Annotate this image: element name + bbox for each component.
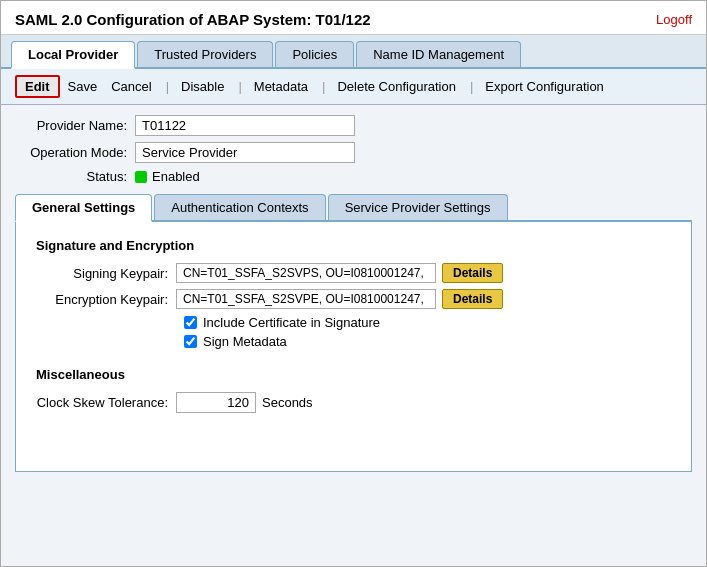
export-button[interactable]: Export Configuration — [479, 77, 610, 96]
clock-skew-label: Clock Skew Tolerance: — [36, 395, 176, 410]
inner-content: Signature and Encryption Signing Keypair… — [15, 222, 692, 472]
delete-button[interactable]: Delete Configuration — [331, 77, 462, 96]
status-label: Status: — [15, 169, 135, 184]
encryption-keypair-row: Encryption Keypair: Details — [36, 289, 671, 309]
clock-skew-input[interactable] — [176, 392, 256, 413]
signature-encryption-title: Signature and Encryption — [36, 238, 671, 253]
sign-metadata-label: Sign Metadata — [203, 334, 287, 349]
sign-metadata-checkbox[interactable] — [184, 335, 197, 348]
separator-4: | — [470, 79, 473, 94]
separator-3: | — [322, 79, 325, 94]
tab-authentication-contexts[interactable]: Authentication Contexts — [154, 194, 325, 220]
include-cert-label: Include Certificate in Signature — [203, 315, 380, 330]
seconds-label: Seconds — [262, 395, 313, 410]
tab-local-provider[interactable]: Local Provider — [11, 41, 135, 69]
tab-name-id-management[interactable]: Name ID Management — [356, 41, 521, 67]
content-area: Provider Name: Operation Mode: Status: E… — [1, 105, 706, 482]
status-row: Status: Enabled — [15, 169, 692, 184]
metadata-button[interactable]: Metadata — [248, 77, 314, 96]
provider-name-input[interactable] — [135, 115, 355, 136]
clock-skew-row: Clock Skew Tolerance: Seconds — [36, 392, 671, 413]
provider-name-label: Provider Name: — [15, 118, 135, 133]
miscellaneous-section: Miscellaneous Clock Skew Tolerance: Seco… — [36, 367, 671, 413]
toolbar: Edit Save Cancel | Disable | Metadata | … — [1, 69, 706, 105]
include-cert-checkbox[interactable] — [184, 316, 197, 329]
disable-button[interactable]: Disable — [175, 77, 230, 96]
signing-keypair-label: Signing Keypair: — [36, 266, 176, 281]
inner-tabs: General Settings Authentication Contexts… — [15, 194, 692, 222]
main-window: SAML 2.0 Configuration of ABAP System: T… — [0, 0, 707, 567]
operation-mode-input[interactable] — [135, 142, 355, 163]
tab-trusted-providers[interactable]: Trusted Providers — [137, 41, 273, 67]
include-cert-row: Include Certificate in Signature — [184, 315, 671, 330]
operation-mode-row: Operation Mode: — [15, 142, 692, 163]
tab-policies[interactable]: Policies — [275, 41, 354, 67]
misc-title: Miscellaneous — [36, 367, 671, 382]
main-tabs: Local Provider Trusted Providers Policie… — [1, 35, 706, 69]
encryption-keypair-label: Encryption Keypair: — [36, 292, 176, 307]
provider-name-row: Provider Name: — [15, 115, 692, 136]
encryption-keypair-input[interactable] — [176, 289, 436, 309]
tab-general-settings[interactable]: General Settings — [15, 194, 152, 222]
cancel-button[interactable]: Cancel — [105, 77, 157, 96]
separator-2: | — [238, 79, 241, 94]
page-title: SAML 2.0 Configuration of ABAP System: T… — [15, 11, 371, 28]
signing-details-button[interactable]: Details — [442, 263, 503, 283]
edit-button[interactable]: Edit — [15, 75, 60, 98]
status-value: Enabled — [152, 169, 200, 184]
encryption-details-button[interactable]: Details — [442, 289, 503, 309]
separator-1: | — [166, 79, 169, 94]
status-indicator-icon — [135, 171, 147, 183]
save-button[interactable]: Save — [62, 77, 104, 96]
sign-metadata-row: Sign Metadata — [184, 334, 671, 349]
operation-mode-label: Operation Mode: — [15, 145, 135, 160]
signing-keypair-row: Signing Keypair: Details — [36, 263, 671, 283]
tab-service-provider-settings[interactable]: Service Provider Settings — [328, 194, 508, 220]
signing-keypair-input[interactable] — [176, 263, 436, 283]
title-bar: SAML 2.0 Configuration of ABAP System: T… — [1, 1, 706, 35]
logoff-link[interactable]: Logoff — [656, 12, 692, 27]
